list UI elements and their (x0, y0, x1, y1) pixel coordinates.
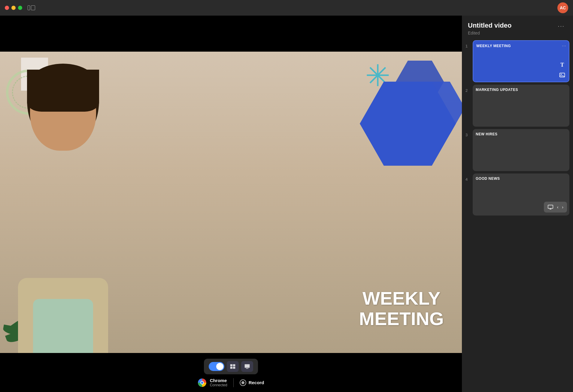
chrome-icon (198, 378, 206, 387)
shirt (33, 299, 93, 353)
sidebar-more-button[interactable]: ··· (555, 22, 567, 30)
camera-toggle[interactable] (209, 362, 224, 371)
slide-4-prev-button[interactable]: ‹ (556, 204, 560, 210)
slide-item-2[interactable]: 2 MARKETING UPDATES (465, 85, 569, 127)
bottom-bar: Chrome Connected Record (198, 378, 264, 387)
slide-item-4[interactable]: 4 GOOD NEWS ‹ › (465, 173, 569, 216)
layout-icon-1 (230, 363, 236, 369)
video-bottom-area: Chrome Connected Record (0, 353, 462, 392)
meeting-text-line1: WEEKLY (359, 288, 444, 309)
svg-rect-2 (230, 367, 233, 369)
text-icon: T (560, 62, 564, 68)
layout-icon-2 (244, 363, 250, 369)
slide-card-1[interactable]: WEEKLY MEETING ··· T (473, 40, 569, 82)
svg-point-7 (561, 74, 562, 75)
slide-card-3[interactable]: NEW HIRES (473, 129, 569, 171)
slide-title-4: GOOD NEWS (476, 176, 566, 181)
video-panel: ✳ WEEKLY MEETING (0, 16, 462, 392)
meeting-text-overlay: WEEKLY MEETING (359, 288, 444, 329)
sidebar-title: Untitled video (468, 22, 511, 29)
layout-button-1[interactable] (227, 361, 239, 372)
meeting-text-line2: MEETING (359, 309, 444, 329)
slide-number-4: 4 (465, 177, 470, 182)
sidebar-toggle-icon (28, 5, 35, 10)
app-name: Chrome (210, 378, 227, 383)
connection-status: Connected (210, 383, 227, 387)
window-controls (5, 6, 22, 10)
toggle-knob (216, 363, 223, 370)
sidebar-header: Untitled video Edited ··· (462, 16, 573, 40)
record-dot (241, 381, 244, 384)
slide-item-3[interactable]: 3 NEW HIRES (465, 129, 569, 171)
record-label: Record (249, 380, 264, 385)
layout-button-2[interactable] (241, 361, 253, 372)
slide-title-1: WEEKLY MEETING (476, 44, 566, 48)
record-icon (240, 379, 246, 386)
slide-1-icon-buttons: T (558, 61, 566, 79)
svg-rect-3 (233, 367, 235, 369)
record-button[interactable]: Record (240, 379, 264, 386)
svg-rect-0 (230, 364, 233, 366)
svg-rect-1 (233, 364, 235, 366)
svg-rect-5 (246, 368, 248, 369)
image-icon (559, 72, 565, 78)
slide-1-image-button[interactable] (558, 71, 566, 79)
slide-4-nav-controls: ‹ › (544, 202, 567, 213)
slide-1-actions: ··· (562, 43, 566, 48)
slide-1-more-button[interactable]: ··· (562, 43, 566, 48)
sidebar-toggle-button[interactable] (28, 5, 35, 11)
close-button[interactable] (5, 6, 9, 10)
svg-rect-4 (245, 364, 250, 368)
sidebar-title-group: Untitled video Edited (468, 22, 511, 35)
slide-number-1: 1 (465, 44, 470, 48)
hair (27, 64, 99, 112)
slide-4-next-button[interactable]: › (561, 204, 565, 210)
slide-title-2: MARKETING UPDATES (476, 88, 566, 92)
video-top-black (0, 16, 462, 52)
slide-card-2[interactable]: MARKETING UPDATES (473, 85, 569, 127)
video-bg: ✳ WEEKLY MEETING (0, 52, 462, 353)
sidebar-subtitle: Edited (468, 31, 511, 35)
main-content: ✳ WEEKLY MEETING (0, 16, 573, 392)
avatar[interactable]: AC (557, 2, 568, 13)
slide-title-3: NEW HIRES (476, 132, 566, 136)
video-frame: ✳ WEEKLY MEETING (0, 52, 462, 353)
svg-rect-8 (548, 205, 553, 208)
titlebar: AC (0, 0, 573, 16)
slide-card-4[interactable]: GOOD NEWS ‹ › (473, 173, 569, 216)
slide-number-3: 3 (465, 133, 470, 137)
slides-list: 1 WEEKLY MEETING ··· T (462, 40, 573, 392)
slide-item-1[interactable]: 1 WEEKLY MEETING ··· T (465, 40, 569, 82)
slide-number-2: 2 (465, 88, 470, 93)
maximize-button[interactable] (18, 6, 22, 10)
app-info: Chrome Connected (210, 378, 227, 387)
slide-4-screen-button[interactable] (546, 203, 555, 211)
minimize-button[interactable] (11, 6, 16, 10)
controls-bar (204, 359, 258, 374)
sidebar: Untitled video Edited ··· 1 WEEKLY MEETI… (462, 16, 573, 392)
slide-1-text-button[interactable]: T (558, 61, 566, 69)
bottom-divider (233, 378, 234, 387)
monitor-icon (548, 205, 553, 210)
